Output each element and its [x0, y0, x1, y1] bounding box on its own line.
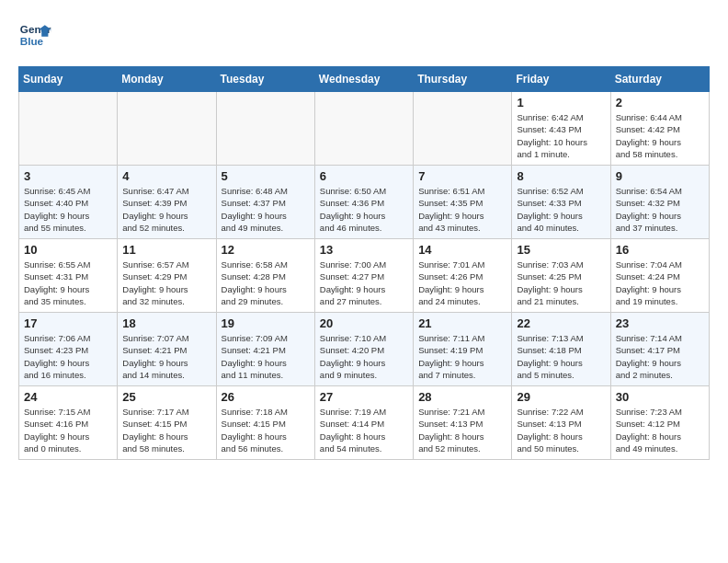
day-number: 28: [418, 390, 506, 404]
day-number: 24: [24, 390, 112, 404]
day-number: 30: [616, 390, 704, 404]
day-info: Sunrise: 6:44 AM Sunset: 4:42 PM Dayligh…: [616, 111, 704, 160]
weekday-header-sunday: Sunday: [19, 67, 118, 92]
logo-icon: General Blue: [18, 18, 51, 52]
calendar-table: SundayMondayTuesdayWednesdayThursdayFrid…: [18, 66, 710, 460]
calendar-cell: 26Sunrise: 7:18 AM Sunset: 4:15 PM Dayli…: [216, 386, 314, 460]
calendar-cell: 8Sunrise: 6:52 AM Sunset: 4:33 PM Daylig…: [512, 166, 610, 239]
weekday-header-tuesday: Tuesday: [216, 67, 314, 92]
day-info: Sunrise: 6:54 AM Sunset: 4:32 PM Dayligh…: [616, 185, 704, 234]
calendar-cell: 11Sunrise: 6:57 AM Sunset: 4:29 PM Dayli…: [118, 239, 216, 313]
day-info: Sunrise: 6:42 AM Sunset: 4:43 PM Dayligh…: [517, 111, 605, 160]
day-info: Sunrise: 7:23 AM Sunset: 4:12 PM Dayligh…: [616, 406, 704, 454]
day-number: 9: [616, 169, 704, 183]
svg-text:Blue: Blue: [20, 35, 44, 47]
day-number: 10: [24, 243, 112, 257]
header: General Blue: [18, 18, 710, 52]
calendar-cell: 27Sunrise: 7:19 AM Sunset: 4:14 PM Dayli…: [314, 386, 413, 460]
logo: General Blue: [18, 18, 55, 52]
day-number: 16: [616, 243, 704, 257]
calendar-cell: 16Sunrise: 7:04 AM Sunset: 4:24 PM Dayli…: [610, 239, 709, 313]
calendar-cell: [414, 92, 512, 166]
day-number: 12: [222, 243, 310, 257]
calendar-cell: [19, 92, 118, 166]
day-number: 3: [24, 169, 112, 183]
day-info: Sunrise: 6:52 AM Sunset: 4:33 PM Dayligh…: [517, 185, 605, 234]
calendar-cell: 29Sunrise: 7:22 AM Sunset: 4:13 PM Dayli…: [512, 386, 610, 460]
calendar-cell: 21Sunrise: 7:11 AM Sunset: 4:19 PM Dayli…: [414, 313, 512, 386]
calendar-cell: 24Sunrise: 7:15 AM Sunset: 4:16 PM Dayli…: [19, 386, 118, 460]
day-number: 13: [320, 243, 408, 257]
day-info: Sunrise: 6:57 AM Sunset: 4:29 PM Dayligh…: [122, 259, 210, 307]
calendar-cell: 30Sunrise: 7:23 AM Sunset: 4:12 PM Dayli…: [610, 386, 709, 460]
day-number: 17: [24, 316, 112, 330]
day-number: 2: [616, 96, 704, 109]
calendar-cell: 18Sunrise: 7:07 AM Sunset: 4:21 PM Dayli…: [118, 313, 216, 386]
weekday-header-wednesday: Wednesday: [314, 67, 413, 92]
day-info: Sunrise: 6:50 AM Sunset: 4:36 PM Dayligh…: [320, 185, 408, 234]
calendar-cell: 3Sunrise: 6:45 AM Sunset: 4:40 PM Daylig…: [19, 166, 118, 239]
calendar-cell: 1Sunrise: 6:42 AM Sunset: 4:43 PM Daylig…: [512, 92, 610, 166]
day-info: Sunrise: 7:00 AM Sunset: 4:27 PM Dayligh…: [320, 259, 408, 307]
day-number: 26: [222, 390, 310, 404]
weekday-header-thursday: Thursday: [414, 67, 512, 92]
calendar-cell: 9Sunrise: 6:54 AM Sunset: 4:32 PM Daylig…: [610, 166, 709, 239]
day-number: 20: [320, 316, 408, 330]
day-number: 27: [320, 390, 408, 404]
day-info: Sunrise: 7:10 AM Sunset: 4:20 PM Dayligh…: [320, 332, 408, 381]
day-number: 1: [517, 96, 605, 109]
day-info: Sunrise: 7:17 AM Sunset: 4:15 PM Dayligh…: [122, 406, 210, 454]
calendar-cell: 22Sunrise: 7:13 AM Sunset: 4:18 PM Dayli…: [512, 313, 610, 386]
day-info: Sunrise: 7:09 AM Sunset: 4:21 PM Dayligh…: [222, 332, 310, 381]
calendar-cell: 13Sunrise: 7:00 AM Sunset: 4:27 PM Dayli…: [314, 239, 413, 313]
day-number: 4: [122, 169, 210, 183]
calendar-cell: 14Sunrise: 7:01 AM Sunset: 4:26 PM Dayli…: [414, 239, 512, 313]
day-info: Sunrise: 7:19 AM Sunset: 4:14 PM Dayligh…: [320, 406, 408, 454]
calendar-cell: 23Sunrise: 7:14 AM Sunset: 4:17 PM Dayli…: [610, 313, 709, 386]
day-number: 25: [122, 390, 210, 404]
day-number: 19: [222, 316, 310, 330]
calendar-cell: 2Sunrise: 6:44 AM Sunset: 4:42 PM Daylig…: [610, 92, 709, 166]
calendar-cell: [118, 92, 216, 166]
day-number: 22: [517, 316, 605, 330]
calendar-cell: 20Sunrise: 7:10 AM Sunset: 4:20 PM Dayli…: [314, 313, 413, 386]
day-info: Sunrise: 7:14 AM Sunset: 4:17 PM Dayligh…: [616, 332, 704, 381]
calendar-cell: 25Sunrise: 7:17 AM Sunset: 4:15 PM Dayli…: [118, 386, 216, 460]
calendar-cell: 17Sunrise: 7:06 AM Sunset: 4:23 PM Dayli…: [19, 313, 118, 386]
day-number: 8: [517, 169, 605, 183]
weekday-header-saturday: Saturday: [610, 67, 709, 92]
day-info: Sunrise: 7:15 AM Sunset: 4:16 PM Dayligh…: [24, 406, 112, 454]
day-number: 23: [616, 316, 704, 330]
day-info: Sunrise: 6:48 AM Sunset: 4:37 PM Dayligh…: [222, 185, 310, 234]
calendar-cell: 28Sunrise: 7:21 AM Sunset: 4:13 PM Dayli…: [414, 386, 512, 460]
calendar-cell: [314, 92, 413, 166]
day-info: Sunrise: 6:58 AM Sunset: 4:28 PM Dayligh…: [222, 259, 310, 307]
day-info: Sunrise: 6:55 AM Sunset: 4:31 PM Dayligh…: [24, 259, 112, 307]
day-info: Sunrise: 7:22 AM Sunset: 4:13 PM Dayligh…: [517, 406, 605, 454]
calendar-cell: 5Sunrise: 6:48 AM Sunset: 4:37 PM Daylig…: [216, 166, 314, 239]
day-info: Sunrise: 7:07 AM Sunset: 4:21 PM Dayligh…: [122, 332, 210, 381]
day-info: Sunrise: 7:13 AM Sunset: 4:18 PM Dayligh…: [517, 332, 605, 381]
day-number: 14: [418, 243, 506, 257]
calendar-cell: 4Sunrise: 6:47 AM Sunset: 4:39 PM Daylig…: [118, 166, 216, 239]
day-number: 7: [418, 169, 506, 183]
day-number: 15: [517, 243, 605, 257]
calendar-cell: 12Sunrise: 6:58 AM Sunset: 4:28 PM Dayli…: [216, 239, 314, 313]
day-info: Sunrise: 7:11 AM Sunset: 4:19 PM Dayligh…: [418, 332, 506, 381]
day-info: Sunrise: 7:01 AM Sunset: 4:26 PM Dayligh…: [418, 259, 506, 307]
day-number: 6: [320, 169, 408, 183]
day-number: 21: [418, 316, 506, 330]
day-number: 5: [222, 169, 310, 183]
day-number: 18: [122, 316, 210, 330]
calendar-cell: 6Sunrise: 6:50 AM Sunset: 4:36 PM Daylig…: [314, 166, 413, 239]
day-info: Sunrise: 6:47 AM Sunset: 4:39 PM Dayligh…: [122, 185, 210, 234]
day-info: Sunrise: 7:03 AM Sunset: 4:25 PM Dayligh…: [517, 259, 605, 307]
day-info: Sunrise: 7:06 AM Sunset: 4:23 PM Dayligh…: [24, 332, 112, 381]
day-info: Sunrise: 6:45 AM Sunset: 4:40 PM Dayligh…: [24, 185, 112, 234]
calendar-cell: 15Sunrise: 7:03 AM Sunset: 4:25 PM Dayli…: [512, 239, 610, 313]
calendar-cell: 7Sunrise: 6:51 AM Sunset: 4:35 PM Daylig…: [414, 166, 512, 239]
day-info: Sunrise: 7:18 AM Sunset: 4:15 PM Dayligh…: [222, 406, 310, 454]
day-info: Sunrise: 6:51 AM Sunset: 4:35 PM Dayligh…: [418, 185, 506, 234]
calendar-cell: [216, 92, 314, 166]
calendar-cell: 10Sunrise: 6:55 AM Sunset: 4:31 PM Dayli…: [19, 239, 118, 313]
